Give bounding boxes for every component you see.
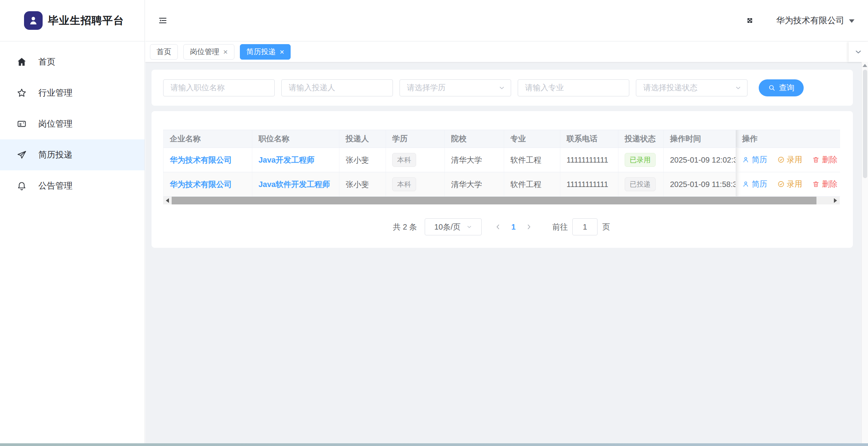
topbar-actions: 华为技术有限公司: [745, 15, 868, 26]
status-select[interactable]: 请选择投递状态: [636, 79, 747, 96]
search-button[interactable]: 查询: [759, 79, 804, 96]
school-cell: 清华大学: [445, 172, 504, 197]
phone-cell: 11111111111: [560, 148, 618, 172]
sidebar-menu: 首页 行业管理 岗位管理 简历投递: [0, 41, 145, 201]
status-badge: 已投递: [625, 177, 656, 191]
next-page-button[interactable]: [521, 218, 537, 235]
sidebar-collapse-button[interactable]: [158, 16, 167, 25]
applicant-search-input[interactable]: [281, 79, 393, 96]
horizontal-scrollbar-thumb[interactable]: [172, 197, 816, 204]
check-circle-icon: [777, 156, 785, 163]
school-cell: 清华大学: [445, 148, 504, 172]
main-content: 请选择学历 请选择投递状态 查询: [145, 62, 861, 444]
table-row: 华为技术有限公司 Java开发工程师 张小斐 本科 清华大学 软件工程 1111…: [164, 148, 840, 172]
hire-action-button[interactable]: 录用: [777, 154, 803, 165]
sidebar-item-resumes[interactable]: 简历投递: [0, 139, 145, 170]
col-school: 院校: [445, 130, 504, 148]
page-size-select[interactable]: 10条/页: [425, 218, 482, 235]
pagination: 共 2 条 10条/页 1 前往 页: [163, 218, 840, 235]
sidebar-item-announcements[interactable]: 公告管理: [0, 170, 145, 201]
sidebar-item-label: 行业管理: [38, 87, 72, 99]
logo-area: 毕业生招聘平台: [0, 0, 145, 41]
search-icon: [768, 84, 776, 92]
sidebar-item-label: 首页: [38, 56, 55, 68]
table-row: 华为技术有限公司 Java软件开发工程师 张小斐 本科 清华大学 软件工程 11…: [164, 172, 840, 197]
major-cell: 软件工程: [504, 148, 560, 172]
tab-home[interactable]: 首页: [150, 44, 178, 60]
company-name: 华为技术有限公司: [776, 15, 844, 26]
close-icon[interactable]: ×: [223, 48, 228, 56]
page-jumper: 前往 页: [552, 218, 610, 235]
scroll-left-arrow[interactable]: [163, 197, 172, 204]
col-applicant: 投递人: [339, 130, 386, 148]
user-icon: [742, 180, 749, 188]
sidebar-item-label: 公告管理: [38, 180, 72, 192]
chevron-right-icon: [525, 223, 533, 231]
resume-action-button[interactable]: 简历: [742, 154, 767, 165]
horizontal-scrollbar[interactable]: [163, 197, 840, 204]
tab-resumes[interactable]: 简历投递 ×: [240, 44, 291, 60]
resume-table: 企业名称 职位名称 投递人 学历 院校 专业 联系电话 投递状态 操作时间 操作: [163, 130, 840, 204]
tab-overflow-button[interactable]: [849, 42, 868, 62]
check-circle-icon: [777, 180, 785, 188]
chevron-down-icon: [498, 84, 505, 91]
goto-page-input[interactable]: [572, 218, 598, 235]
company-link[interactable]: 华为技术有限公司: [170, 156, 232, 164]
sidebar-item-jobs[interactable]: 岗位管理: [0, 108, 145, 139]
hire-action-button[interactable]: 录用: [777, 179, 803, 189]
position-search-input[interactable]: [163, 79, 275, 96]
tab-label: 简历投递: [246, 47, 276, 57]
tab-label: 岗位管理: [190, 47, 219, 57]
company-link[interactable]: 华为技术有限公司: [170, 180, 232, 189]
page-size-value: 10条/页: [434, 222, 461, 232]
app-window: 毕业生招聘平台 首页 行业管理 岗位管理: [0, 0, 868, 446]
table-header-row: 企业名称 职位名称 投递人 学历 院校 专业 联系电话 投递状态 操作时间 操作: [164, 130, 840, 148]
col-company: 企业名称: [164, 130, 252, 148]
page-number[interactable]: 1: [506, 223, 521, 232]
fullscreen-button[interactable]: [745, 16, 754, 25]
company-dropdown[interactable]: 华为技术有限公司: [776, 15, 854, 26]
position-link[interactable]: Java开发工程师: [258, 156, 315, 164]
col-phone: 联系电话: [560, 130, 618, 148]
top-header: 华为技术有限公司: [145, 0, 868, 41]
app-logo-icon: [24, 11, 43, 30]
sidebar-item-industry[interactable]: 行业管理: [0, 77, 145, 108]
major-cell: 软件工程: [504, 172, 560, 197]
time-cell: 2025-01-09 12:02:39: [664, 148, 736, 172]
goto-label: 前往: [552, 222, 568, 232]
col-actions: 操作: [736, 130, 840, 148]
position-link[interactable]: Java软件开发工程师: [258, 180, 330, 189]
degree-select[interactable]: 请选择学历: [400, 79, 511, 96]
col-major: 专业: [504, 130, 560, 148]
chevron-down-icon: [466, 224, 472, 230]
page-unit-label: 页: [602, 222, 610, 232]
prev-page-button[interactable]: [490, 218, 506, 235]
home-icon: [17, 57, 27, 67]
delete-action-button[interactable]: 删除: [812, 179, 837, 189]
status-select-placeholder: 请选择投递状态: [643, 82, 698, 93]
tab-label: 首页: [157, 47, 171, 57]
chevron-down-icon: [735, 84, 742, 91]
major-search-input[interactable]: [518, 79, 629, 96]
chevron-left-icon: [494, 223, 502, 231]
status-badge: 已录用: [625, 153, 656, 167]
col-degree: 学历: [386, 130, 445, 148]
scroll-up-arrow[interactable]: [862, 62, 868, 69]
phone-cell: 11111111111: [560, 172, 618, 197]
vertical-scrollbar-thumb[interactable]: [863, 70, 867, 178]
delete-action-button[interactable]: 删除: [812, 154, 837, 165]
scroll-right-arrow[interactable]: [831, 197, 840, 204]
close-icon[interactable]: ×: [280, 48, 284, 56]
trash-icon: [812, 180, 820, 188]
vertical-scrollbar[interactable]: [861, 62, 868, 444]
resume-action-button[interactable]: 简历: [742, 179, 767, 189]
col-status: 投递状态: [618, 130, 664, 148]
degree-tag: 本科: [392, 177, 416, 191]
tab-jobs[interactable]: 岗位管理 ×: [183, 44, 234, 60]
sidebar-item-home[interactable]: 首页: [0, 46, 145, 77]
col-position: 职位名称: [252, 130, 339, 148]
table-card: 企业名称 职位名称 投递人 学历 院校 专业 联系电话 投递状态 操作时间 操作: [152, 111, 853, 248]
sidebar-item-label: 岗位管理: [38, 118, 72, 130]
postcard-icon: [17, 119, 27, 129]
trash-icon: [812, 156, 820, 163]
